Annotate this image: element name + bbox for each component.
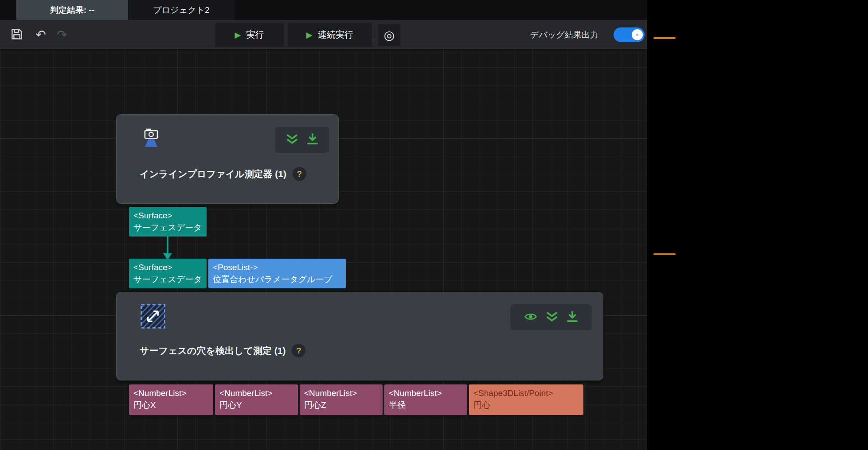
tab-project2-label: プロジェクト2 bbox=[153, 4, 209, 16]
node-detect-measure-surface-holes[interactable]: サーフェスの穴を検出して測定 (1) ? bbox=[116, 292, 603, 380]
port-type: <Surface> bbox=[133, 210, 202, 222]
help-badge[interactable]: ? bbox=[292, 344, 305, 357]
toggle-knob-dot bbox=[636, 34, 638, 36]
gear-icon: ◎ bbox=[384, 28, 395, 43]
play-icon: ▶ bbox=[235, 31, 241, 39]
help-badge[interactable]: ? bbox=[293, 167, 306, 181]
port-name: 円心Y bbox=[219, 400, 293, 411]
redo-icon: ↷ bbox=[57, 29, 67, 41]
run-button[interactable]: ▶ 実行 bbox=[215, 23, 284, 47]
tab-bar: 判定結果: -- プロジェクト2 bbox=[0, 0, 647, 20]
toolbar: ↶ ↷ ▶ 実行 ▶ 連続実行 ◎ デバッグ結果出力 bbox=[0, 20, 647, 50]
node-action-group bbox=[274, 126, 330, 153]
run-continuous-label: 連続実行 bbox=[318, 29, 353, 41]
save-icon bbox=[10, 27, 24, 43]
node-title-row: インラインプロファイル測定器 (1) ? bbox=[140, 167, 306, 181]
save-button[interactable] bbox=[7, 25, 27, 45]
port-type: <NumberList> bbox=[304, 388, 378, 400]
camera-icon bbox=[140, 125, 163, 150]
measure-hole-icon bbox=[140, 303, 166, 331]
right-black-area bbox=[648, 0, 868, 450]
port-type: <PoseList-> bbox=[213, 262, 341, 274]
download-icon[interactable] bbox=[306, 132, 319, 147]
node-title: インラインプロファイル測定器 (1) bbox=[140, 168, 286, 180]
settings-button[interactable]: ◎ bbox=[378, 24, 400, 46]
node-title-row: サーフェスの穴を検出して測定 (1) ? bbox=[140, 344, 305, 357]
port-node2-input-poselist[interactable]: <PoseList-> 位置合わせパラメータグループ bbox=[208, 259, 346, 288]
run-button-label: 実行 bbox=[246, 29, 264, 41]
port-type: <NumberList> bbox=[219, 388, 293, 400]
port-output-center-y[interactable]: <NumberList> 円心Y bbox=[215, 384, 298, 415]
collapse-icon[interactable] bbox=[545, 310, 559, 325]
node-action-group bbox=[510, 304, 592, 331]
port-name: 円心 bbox=[473, 400, 579, 411]
play-icon: ▶ bbox=[306, 31, 313, 39]
port-type: <Shape3DList/Point> bbox=[473, 388, 579, 400]
undo-icon: ↶ bbox=[35, 29, 46, 41]
port-output-center-point[interactable]: <Shape3DList/Point> 円心 bbox=[469, 384, 583, 415]
port-type: <Surface> bbox=[133, 262, 202, 274]
port-output-radius[interactable]: <NumberList> 半径 bbox=[384, 384, 467, 415]
port-output-center-z[interactable]: <NumberList> 円心Z bbox=[300, 384, 383, 415]
port-type: <NumberList> bbox=[389, 388, 463, 400]
port-output-center-x[interactable]: <NumberList> 円心X bbox=[129, 384, 213, 415]
debug-output-toggle[interactable] bbox=[614, 27, 645, 42]
app-window: 判定結果: -- プロジェクト2 ↶ ↷ ▶ 実行 ▶ 連続実行 bbox=[0, 0, 647, 450]
debug-output-label: デバッグ結果出力 bbox=[530, 20, 598, 50]
orange-marker-middle bbox=[653, 253, 676, 255]
port-name: 半径 bbox=[389, 400, 463, 411]
node-graph-canvas[interactable]: インラインプロファイル測定器 (1) ? <Surface> サーフェスデータ … bbox=[0, 50, 647, 450]
orange-marker-top bbox=[653, 37, 676, 39]
port-name: サーフェスデータ bbox=[133, 222, 202, 234]
port-name: 円心Z bbox=[304, 400, 378, 411]
port-node2-input-surface[interactable]: <Surface> サーフェスデータ bbox=[129, 259, 207, 288]
toggle-knob bbox=[632, 29, 643, 40]
port-name: 円心X bbox=[133, 400, 209, 411]
tab-project2[interactable]: プロジェクト2 bbox=[128, 0, 235, 20]
toolbar-divider bbox=[374, 29, 374, 41]
node-inline-profile-measurer[interactable]: インラインプロファイル測定器 (1) ? bbox=[116, 114, 339, 204]
port-name: 位置合わせパラメータグループ bbox=[213, 274, 341, 286]
redo-button[interactable]: ↷ bbox=[52, 25, 72, 45]
collapse-icon[interactable] bbox=[285, 132, 299, 147]
port-node1-output-surface[interactable]: <Surface> サーフェスデータ bbox=[129, 207, 207, 237]
tab-judgement-result-label: 判定結果: -- bbox=[50, 4, 94, 16]
tab-judgement-result[interactable]: 判定結果: -- bbox=[16, 0, 128, 20]
visualize-eye-icon[interactable] bbox=[523, 310, 538, 325]
port-type: <NumberList> bbox=[133, 388, 209, 400]
port-name: サーフェスデータ bbox=[133, 274, 202, 286]
run-continuous-button[interactable]: ▶ 連続実行 bbox=[288, 23, 372, 47]
download-icon[interactable] bbox=[566, 310, 579, 325]
undo-button[interactable]: ↶ bbox=[31, 25, 51, 45]
connection-surface-to-node2[interactable] bbox=[160, 236, 175, 262]
node-title: サーフェスの穴を検出して測定 (1) bbox=[140, 345, 285, 357]
